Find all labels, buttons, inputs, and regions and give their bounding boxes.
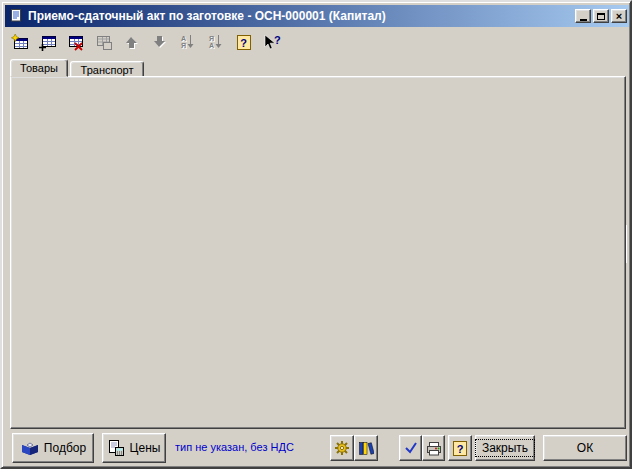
svg-text:?: ? <box>274 34 281 46</box>
sort-descending-button: ЯА <box>204 31 227 53</box>
close-form-button[interactable]: Закрыть <box>475 435 535 461</box>
context-help-button[interactable]: ? <box>260 31 283 53</box>
delete-row-icon <box>66 34 85 51</box>
books-icon <box>358 440 374 456</box>
print-button[interactable] <box>422 435 445 461</box>
printer-icon <box>425 441 443 456</box>
add-row-icon <box>38 34 57 51</box>
document-icon <box>9 8 23 24</box>
prices-icon <box>108 440 125 456</box>
move-down-icon <box>152 35 167 50</box>
document-window: Приемо-сдаточный акт по заготовке - ОСН-… <box>0 0 632 469</box>
reports-button[interactable] <box>354 435 378 461</box>
context-help-icon: ? <box>262 34 282 51</box>
delete-row-button[interactable] <box>64 31 87 53</box>
gear-icon <box>334 440 350 456</box>
minimize-button[interactable] <box>575 9 591 23</box>
sort-descending-icon: ЯА <box>209 35 214 49</box>
help-button[interactable]: ? <box>232 31 255 53</box>
sort-ascending-icon: АЯ <box>181 35 186 49</box>
check-icon <box>404 442 418 454</box>
close-icon: × <box>616 10 622 22</box>
tab-transport[interactable]: Транспорт <box>70 61 144 77</box>
settings-buttons <box>330 435 378 461</box>
move-up-button <box>120 31 143 53</box>
maximize-icon <box>597 13 605 20</box>
move-down-button <box>148 31 171 53</box>
title-bar[interactable]: Приемо-сдаточный акт по заготовке - ОСН-… <box>5 5 629 27</box>
copy-row-icon <box>94 34 113 51</box>
form-help-icon: ? <box>453 441 467 456</box>
status-text: тип не указан, без НДС <box>175 441 294 453</box>
sort-ascending-button: АЯ <box>176 31 199 53</box>
toolbar: АЯ ЯА ? ? <box>8 30 283 54</box>
new-row-icon <box>10 34 29 51</box>
prices-button[interactable]: Цены <box>102 433 166 463</box>
new-row-button[interactable] <box>8 31 31 53</box>
pick-icon <box>20 441 39 456</box>
form-help-button[interactable]: ? <box>448 435 472 461</box>
ok-button[interactable]: ОК <box>543 435 627 461</box>
move-up-icon <box>124 35 139 50</box>
minimize-icon <box>580 19 587 21</box>
help-icon: ? <box>237 35 251 50</box>
add-row-button[interactable] <box>36 31 59 53</box>
close-button[interactable]: × <box>611 9 627 23</box>
tab-goods[interactable]: Товары <box>10 59 68 77</box>
copy-row-button <box>92 31 115 53</box>
window-title: Приемо-сдаточный акт по заготовке - ОСН-… <box>28 9 573 23</box>
post-document-button[interactable] <box>399 435 422 461</box>
maximize-button[interactable] <box>593 9 609 23</box>
post-print-buttons <box>399 435 445 461</box>
settings-button[interactable] <box>330 435 354 461</box>
pick-button[interactable]: Подбор <box>12 433 94 463</box>
tab-page-goods <box>10 76 626 429</box>
